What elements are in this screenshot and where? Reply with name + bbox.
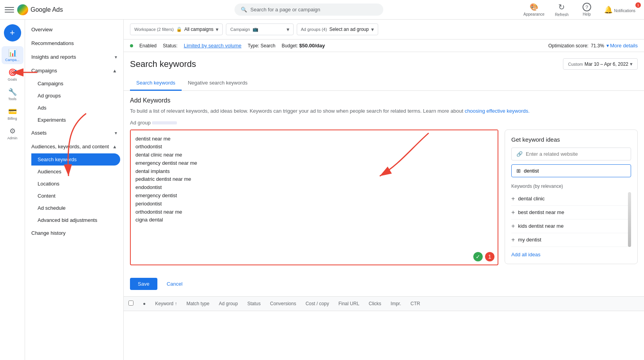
table-header-final-url[interactable]: Final URL <box>334 297 364 310</box>
notifications-button[interactable]: 🔔 1 Notifications <box>600 4 639 16</box>
audiences-chevron-icon: ▲ <box>112 144 117 149</box>
suggestion-kids-dentist[interactable]: + kids dentist near me <box>511 220 631 233</box>
nav-content[interactable]: Content <box>31 190 120 202</box>
nav-ads-label: Ads <box>38 105 46 111</box>
suggestion-my-dentist[interactable]: + my dentist <box>511 233 631 247</box>
save-button[interactable]: Save <box>130 278 157 290</box>
help-button[interactable]: ? Help <box>575 1 599 18</box>
appearance-button[interactable]: 🎨 Appearance <box>520 1 548 18</box>
nav-audiences[interactable]: Audiences <box>31 166 120 178</box>
ad-group-value[interactable] <box>152 121 177 124</box>
nav-ad-groups[interactable]: Ad groups <box>31 90 120 102</box>
sidebar-item-admin[interactable]: ⚙ Admin <box>2 124 23 142</box>
nav-campaigns-section[interactable]: Campaigns ▲ <box>25 64 123 77</box>
table-header-conversions[interactable]: Conversions <box>265 297 301 310</box>
tab-negative-keywords[interactable]: Negative search keywords <box>182 76 254 91</box>
keyword-textarea[interactable]: dentist near me orthodontist dental clin… <box>131 130 498 263</box>
add-best-dentist-icon[interactable]: + <box>511 209 515 216</box>
search-bar[interactable]: 🔍 Search for a page or campaign <box>235 4 383 16</box>
workspace-filter[interactable]: Workspace (2 filters) 🔒 All campaigns ▾ <box>130 23 223 35</box>
sidebar-item-billing[interactable]: 💳 Billing <box>2 105 23 123</box>
nav-advanced-bid[interactable]: Advanced bid adjustments <box>31 214 120 226</box>
notifications-icon: 🔔 <box>604 6 613 14</box>
page-title: Search keywords <box>130 59 196 69</box>
table-header-ad-group[interactable]: Ad group <box>214 297 243 310</box>
status-value[interactable]: Limited by search volume <box>184 43 241 49</box>
keyword-search-wrapper[interactable]: ⊞ <box>511 164 631 177</box>
nav-overview[interactable]: Overview <box>25 23 120 36</box>
main-content: Workspace (2 filters) 🔒 All campaigns ▾ … <box>124 20 644 360</box>
add-all-link[interactable]: Add all ideas <box>511 252 631 257</box>
nav-experiments[interactable]: Experiments <box>31 114 120 126</box>
status-dot <box>130 44 133 47</box>
sidebar-item-campaigns[interactable]: 📊 Campa... <box>2 46 23 64</box>
more-details-label: More details <box>610 43 638 49</box>
search-bar-container: 🔍 Search for a page or campaign <box>102 4 516 16</box>
table-header-ctr[interactable]: CTR <box>406 297 425 310</box>
table-checkbox[interactable] <box>124 297 138 311</box>
add-my-dentist-icon[interactable]: + <box>511 236 515 243</box>
table-header: ● Keyword ↑ Match type Ad group Status C… <box>124 296 644 311</box>
website-input[interactable]: 🔗 <box>511 148 631 160</box>
date-picker[interactable]: Custom Mar 10 – Apr 6, 2022 ▾ <box>563 58 638 70</box>
create-button[interactable]: + <box>4 24 21 41</box>
suggestion-dental-clinic[interactable]: + dental clinic <box>511 192 631 206</box>
table-header-cost-copy[interactable]: Cost / copy <box>301 297 334 310</box>
nav-audiences-section[interactable]: Audiences, keywords, and content ▲ <box>25 140 123 153</box>
optimization-label: Optimization score: <box>548 43 588 49</box>
add-keywords-desc-link[interactable]: choosing effective keywords. <box>465 108 530 114</box>
appearance-icon: 🎨 <box>530 3 538 11</box>
nav-assets-section[interactable]: Assets ▾ <box>25 126 123 140</box>
google-ads-logo: Google Ads <box>17 4 63 15</box>
nav-insights-section[interactable]: Insights and reports ▾ <box>25 50 123 64</box>
app-title: Google Ads <box>31 6 63 13</box>
status-enabled-label: Enabled <box>139 43 157 49</box>
nav-ads[interactable]: Ads <box>31 102 120 114</box>
ad-group-field-label: Ad group <box>130 120 151 126</box>
nav-search-keywords[interactable]: Search keywords <box>31 153 120 166</box>
nav-audiences-label: Audiences, keywords, and content <box>31 144 109 149</box>
tabs: Search keywords Negative search keywords <box>124 76 644 91</box>
type-label: Type: Search <box>248 43 276 49</box>
add-kids-dentist-icon[interactable]: + <box>511 223 515 230</box>
table-header-status[interactable]: Status <box>243 297 265 310</box>
refresh-label: Refresh <box>555 13 568 17</box>
nav-audiences-children: Search keywords Audiences Locations Cont… <box>25 153 123 226</box>
select-all-checkbox[interactable] <box>128 301 133 306</box>
table-header-match-type[interactable]: Match type <box>182 297 214 310</box>
search-icon: 🔍 <box>241 7 247 13</box>
sidebar-item-goals[interactable]: 🎯 Goals <box>2 66 23 84</box>
nav-locations[interactable]: Locations <box>31 178 120 190</box>
remove-keyword-icon[interactable]: 1 <box>485 252 494 261</box>
nav-change-history[interactable]: Change history <box>25 226 120 240</box>
nav-ad-schedule[interactable]: Ad schedule <box>31 202 120 214</box>
help-icon: ? <box>583 3 591 11</box>
nav-campaigns[interactable]: Campaigns <box>31 77 120 90</box>
campaign-filter[interactable]: Campaign 📺 ▾ <box>226 23 293 35</box>
sidebar-item-tools[interactable]: 🔧 Tools <box>2 85 23 103</box>
keyword-search-input-field[interactable] <box>524 168 626 174</box>
hamburger-menu[interactable] <box>5 5 14 14</box>
campaigns-icon: 📊 <box>8 49 17 57</box>
nav-audiences-child-label: Audiences <box>38 169 61 175</box>
add-dental-clinic-icon[interactable]: + <box>511 195 515 202</box>
table-header-keyword[interactable]: Keyword ↑ <box>150 297 182 310</box>
refresh-button[interactable]: ↻ Refresh <box>550 1 574 18</box>
more-details-link[interactable]: ▾ More details <box>606 43 638 49</box>
adgroups-filter-label: Ad groups (4) <box>301 27 327 32</box>
nav-overview-label: Overview <box>31 27 52 32</box>
add-keyword-icon[interactable]: ✓ <box>473 252 483 261</box>
nav-recommendations[interactable]: Recommendations <box>25 36 120 50</box>
cancel-button[interactable]: Cancel <box>162 278 187 290</box>
admin-icon: ⚙ <box>9 127 16 135</box>
website-input-field[interactable] <box>526 151 626 157</box>
more-details-chevron: ▾ <box>606 43 609 49</box>
add-keywords-desc: To build a list of relevant keywords, ad… <box>130 107 638 115</box>
table-header-clicks[interactable]: Clicks <box>364 297 386 310</box>
adgroups-filter-value: Select an ad group <box>329 27 369 32</box>
filter-bar: Workspace (2 filters) 🔒 All campaigns ▾ … <box>124 20 644 40</box>
tab-search-keywords[interactable]: Search keywords <box>130 76 182 91</box>
table-header-impr[interactable]: Impr. <box>386 297 406 310</box>
adgroups-filter[interactable]: Ad groups (4) Select an ad group ▾ <box>297 23 378 35</box>
suggestion-best-dentist[interactable]: + best dentist near me <box>511 206 631 220</box>
